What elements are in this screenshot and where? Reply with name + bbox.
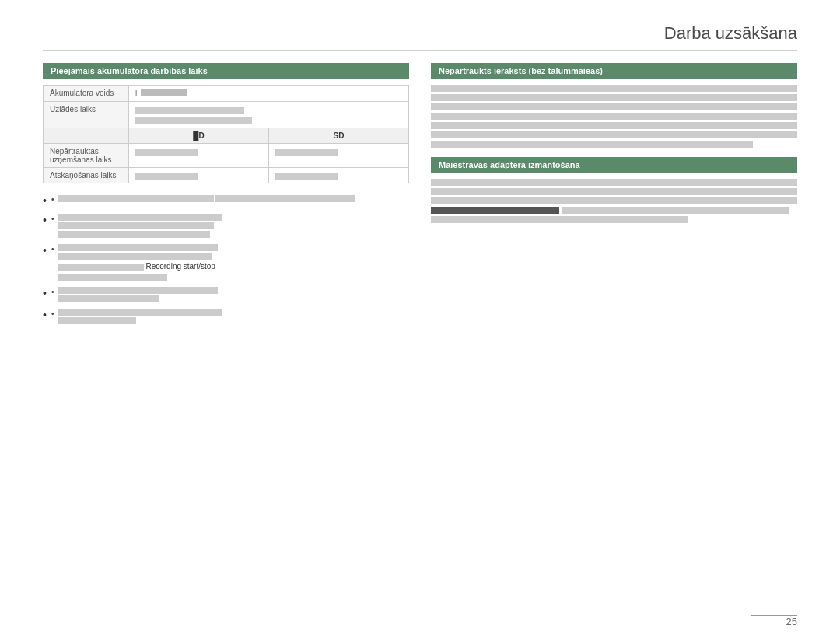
table-value-charge: [129, 102, 409, 128]
page-title: Darba uzsākšana: [43, 23, 797, 51]
table-label-charge: Uzlādes laiks: [44, 102, 129, 128]
bullet-icon: •: [51, 244, 54, 281]
page-container: Darba uzsākšana Pieejamais akumulatora d…: [0, 0, 840, 643]
table-val-playback-hd: [129, 168, 269, 183]
bullet-icon: •: [51, 309, 54, 324]
left-section-header: Pieejamais akumulatora darbības laiks: [43, 63, 409, 79]
battery-table: Akumulatora veids l Uzlādes laiks: [43, 85, 409, 183]
table-val-continuous-hd: [129, 144, 269, 168]
bullet-list: • •: [43, 194, 409, 324]
bullet-icon: •: [51, 287, 54, 302]
table-value-battery-type: l: [129, 86, 409, 102]
bullet-icon: •: [51, 194, 54, 208]
list-item: •: [43, 214, 409, 238]
list-item: •: [43, 194, 409, 208]
right-bottom-header: Maiēstrāvas adaptera izmantošana: [431, 157, 797, 173]
right-bottom-section: Maiēstrāvas adaptera izmantošana: [431, 157, 797, 223]
right-column: Nepārtraukts ieraksts (bez tālummaiēas): [431, 63, 797, 330]
right-bottom-text: [431, 179, 797, 223]
table-val-playback-sd: [269, 168, 409, 183]
table-val-continuous-sd: [269, 144, 409, 168]
page-number: 25: [786, 616, 797, 627]
left-column: Pieejamais akumulatora darbības laiks Ak…: [43, 63, 409, 330]
content-columns: Pieejamais akumulatora darbības laiks Ak…: [43, 63, 797, 330]
list-item: •: [43, 309, 409, 324]
right-top-text: [431, 85, 797, 148]
table-label-continuous: Nepārtrauktas uzņemšanas laiks: [44, 144, 129, 168]
right-top-section: Nepārtraukts ieraksts (bez tālummaiēas): [431, 63, 797, 148]
bullet-icon: •: [51, 214, 54, 238]
table-col-hd1: █D: [129, 128, 269, 144]
table-header-empty: [44, 128, 129, 144]
table-col-hd2: SD: [269, 128, 409, 144]
list-item: •: [43, 287, 409, 302]
right-top-header: Nepārtraukts ieraksts (bez tālummaiēas): [431, 63, 797, 79]
list-item: • Recording start/stop: [43, 244, 409, 281]
table-label-battery-type: Akumulatora veids: [44, 86, 129, 102]
table-label-playback: Atskaņošanas laiks: [44, 168, 129, 183]
